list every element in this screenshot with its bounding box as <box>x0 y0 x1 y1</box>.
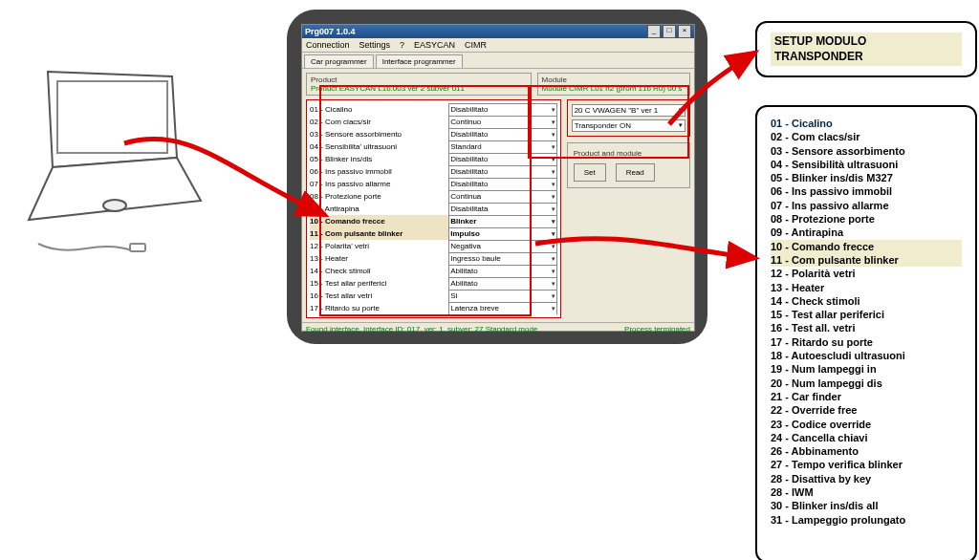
callout-list-item: 14 - Check stimoli <box>771 294 962 308</box>
module-select-box: 20 C VWAGEN "B" ver 1 Transponder ON <box>567 99 690 137</box>
param-select[interactable]: Disabilitata <box>448 203 556 216</box>
callout-list-item: 01 - Cicalino <box>771 117 962 130</box>
module-group: Module Module CIMR L01 n2 (prom 116 R0) … <box>537 73 690 96</box>
tabbar: Car programmer Interface programmer <box>302 53 694 69</box>
status-right: Process terminated <box>624 325 690 334</box>
titlebar: Prg007 1.0.4 _ □ × <box>302 25 694 38</box>
maximize-icon[interactable]: □ <box>663 25 676 38</box>
param-label: 01 - Cicalino <box>310 105 446 114</box>
product-module-box: Product and module Set Read <box>567 142 690 188</box>
param-label: 05 - Blinker ins/dis <box>310 155 446 163</box>
callout-list-item: 28 - IWM <box>771 485 962 499</box>
menu-easycan[interactable]: EASYCAN <box>414 40 455 50</box>
param-select[interactable]: Impulso <box>448 227 556 241</box>
param-select[interactable]: Disabilitato <box>448 165 556 179</box>
callout-list-item: 24 - Cancella chiavi <box>771 431 962 444</box>
read-button[interactable]: Read <box>616 163 655 182</box>
close-icon[interactable]: × <box>678 25 691 38</box>
tab-interface-programmer[interactable]: Interface programmer <box>376 54 463 68</box>
param-select[interactable]: Negativa <box>448 240 556 253</box>
param-label: 12 - Polarita' vetri <box>310 242 446 250</box>
minimize-icon[interactable]: _ <box>647 25 661 38</box>
param-label: 11 - Com pulsante blinker <box>310 229 446 238</box>
param-select[interactable]: Si <box>448 290 556 303</box>
param-row: 11 - Com pulsante blinkerImpulso <box>310 227 557 240</box>
param-label: 06 - Ins passivo immobil <box>310 167 446 176</box>
pm-label: Product and module <box>574 149 684 158</box>
callout-list-item: 10 - Comando frecce <box>771 240 962 253</box>
param-row: 02 - Com clacs/sirContinuo <box>310 116 557 128</box>
param-select[interactable]: Disabilitato <box>448 178 556 191</box>
window-title: Prg007 1.0.4 <box>305 27 356 36</box>
param-select[interactable]: Disabilitato <box>448 153 556 166</box>
param-select[interactable]: Disabilitato <box>448 103 556 117</box>
param-row: 12 - Polarita' vetriNegativa <box>310 240 557 252</box>
param-row: 01 - CicalinoDisabilitato <box>310 103 557 116</box>
callout-list-item: 07 - Ins passivo allarme <box>771 199 962 212</box>
param-label: 15 - Test allar periferici <box>310 279 446 288</box>
param-select[interactable]: Abilitato <box>448 277 556 291</box>
tab-car-programmer[interactable]: Car programmer <box>304 54 374 68</box>
param-label: 13 - Heater <box>310 254 446 263</box>
param-label: 09 - Antirapina <box>310 205 446 213</box>
param-row: 06 - Ins passivo immobilDisabilitato <box>310 165 557 178</box>
param-row: 05 - Blinker ins/disDisabilitato <box>310 153 557 165</box>
callout-list-item: 05 - Blinker ins/dis M327 <box>771 171 962 184</box>
callout-list-item: 27 - Tempo verifica blinker <box>771 458 962 471</box>
param-label: 14 - Check stimoli <box>310 267 446 275</box>
module-label: Module <box>542 75 685 84</box>
param-select[interactable]: Blinker <box>448 215 556 228</box>
callout-list-item: 30 - Blinker ins/dis all <box>771 499 962 512</box>
callout-list-item: 21 - Car finder <box>771 390 962 403</box>
menu-settings[interactable]: Settings <box>359 40 391 50</box>
callout-list-item: 18 - Autoescludi ultrasuoni <box>771 349 962 362</box>
callout-parameter-list: 01 - Cicalino02 - Com clacs/sir03 - Sens… <box>755 105 977 560</box>
param-label: 04 - Sensibilita' ultrasuoni <box>310 142 446 151</box>
svg-rect-0 <box>57 81 167 153</box>
param-row: 14 - Check stimoliAbilitato <box>310 265 557 277</box>
param-row: 03 - Sensore assorbimentoDisabilitato <box>310 128 557 140</box>
callout-list-item: 08 - Protezione porte <box>771 212 962 226</box>
menu-cimr[interactable]: CIMR <box>465 40 487 50</box>
callout-list-item: 19 - Num lampeggi in <box>771 362 962 376</box>
param-row: 04 - Sensibilita' ultrasuoniStandard <box>310 140 557 153</box>
menu-help[interactable]: ? <box>400 40 404 50</box>
callout-list-item: 09 - Antirapina <box>771 226 962 239</box>
product-label: Product <box>311 75 527 84</box>
param-select[interactable]: Latenza breve <box>448 302 556 315</box>
param-select[interactable]: Ingresso baule <box>448 252 556 266</box>
callout-list-item: 23 - Codice override <box>771 418 962 431</box>
param-select[interactable]: Abilitato <box>448 265 556 278</box>
callout-title-l1: SETUP MODULO <box>774 34 866 48</box>
set-button[interactable]: Set <box>574 163 606 182</box>
param-select[interactable]: Disabilitato <box>448 128 556 141</box>
callout-list-item: 13 - Heater <box>771 281 962 294</box>
menubar: Connection Settings ? EASYCAN CIMR <box>302 38 694 53</box>
menu-connection[interactable]: Connection <box>306 40 350 50</box>
product-line: Product EASYCAN L16.003 ver 2 subver 011 <box>311 84 527 93</box>
param-label: 08 - Protezione porte <box>310 192 446 201</box>
param-row: 17 - Ritardo su porteLatenza breve <box>310 302 557 314</box>
param-row: 16 - Test allar vetriSi <box>310 290 557 302</box>
module-transponder-select[interactable]: Transponder ON <box>572 119 685 132</box>
callout-list-item: 31 - Lampeggio prolungato <box>771 513 962 527</box>
param-select[interactable]: Continua <box>448 190 556 204</box>
param-row: 15 - Test allar perifericiAbilitato <box>310 277 557 290</box>
param-select[interactable]: Continuo <box>448 116 556 129</box>
param-label: 10 - Comando frecce <box>310 217 446 226</box>
product-group: Product Product EASYCAN L16.003 ver 2 su… <box>306 73 532 96</box>
callout-list-item: 16 - Test all. vetri <box>771 321 962 334</box>
callout-list-item: 04 - Sensibilità ultrasuoni <box>771 158 962 171</box>
module-vehicle-select[interactable]: 20 C VWAGEN "B" ver 1 <box>572 104 685 117</box>
software-window-frame: Prg007 1.0.4 _ □ × Connection Settings ?… <box>287 10 707 344</box>
param-row: 13 - HeaterIngresso baule <box>310 252 557 265</box>
status-left: Found interface. Interface ID: 017, ver:… <box>306 325 537 334</box>
callout-title-l2: TRANSPONDER <box>774 50 863 63</box>
param-select[interactable]: Standard <box>448 140 556 154</box>
param-row: 09 - AntirapinaDisabilitata <box>310 203 557 215</box>
param-row: 07 - Ins passivo allarmeDisabilitato <box>310 178 557 190</box>
callout-list-item: 22 - Override free <box>771 403 962 417</box>
param-label: 07 - Ins passivo allarme <box>310 180 446 188</box>
module-line: Module CIMR L01 n2 (prom 116 R0) 00 s <box>542 84 685 93</box>
callout-list-item: 17 - Ritardo su porte <box>771 335 962 349</box>
